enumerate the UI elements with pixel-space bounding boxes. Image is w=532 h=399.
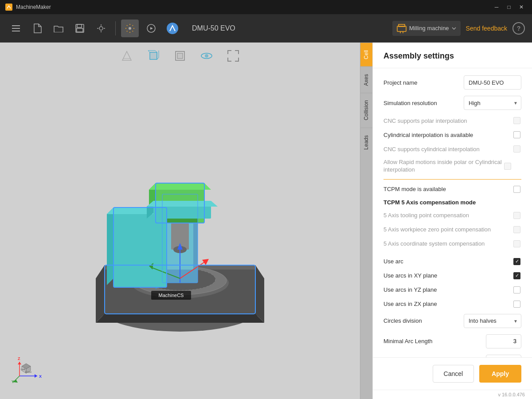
- circles-division-label: Circles division: [383, 317, 464, 324]
- viewport-toolbar: [0, 43, 360, 69]
- project-name-label: Project name: [383, 79, 464, 86]
- chevron-down-icon: [452, 27, 456, 30]
- use-arc-label: Use arc: [383, 258, 512, 265]
- use-arcs-yz-label: Use arcs in YZ plane: [383, 286, 512, 293]
- tcpm-compensation-title: TCPM 5 Axis compensation mode: [383, 199, 521, 206]
- side-tabs: Cell Axes Collision Leads: [360, 43, 372, 399]
- use-arc-row: Use arc: [383, 257, 521, 266]
- svg-point-10: [167, 23, 178, 34]
- use-arcs-yz-checkbox[interactable]: [513, 286, 520, 293]
- use-arcs-zx-row: Use arcs in ZX plane: [383, 300, 521, 309]
- tab-leads[interactable]: Leads: [360, 128, 372, 157]
- svg-text:X: X: [39, 374, 42, 379]
- axis-tooling-row: 5 Axis tooling point compensation: [383, 211, 521, 220]
- project-name-input[interactable]: [464, 75, 521, 90]
- tab-axes[interactable]: Axes: [360, 66, 372, 93]
- help-button[interactable]: ?: [512, 22, 525, 35]
- settings-title: Assembly settings: [383, 51, 521, 61]
- use-arcs-xy-label: Use arcs in XY plane: [383, 272, 512, 279]
- cnc-polar-checkbox: [513, 117, 520, 124]
- transform-button[interactable]: [92, 20, 110, 37]
- use-arcs-xy-checkbox[interactable]: [513, 272, 520, 279]
- cnc-cylindrical-checkbox: [513, 145, 520, 153]
- tcpm-available-checkbox[interactable]: [513, 186, 520, 193]
- use-arcs-zx-checkbox[interactable]: [513, 301, 520, 308]
- use-arc-checkbox[interactable]: [513, 258, 520, 265]
- tab-cell[interactable]: Cell: [360, 43, 372, 66]
- main-content: MachineCS: [0, 43, 532, 399]
- cnc-cylindrical-row: CNC supports cylindrical interpolation: [383, 145, 521, 153]
- simulation-resolution-label: Simulation resolution: [383, 100, 464, 106]
- view-perspective-button[interactable]: [119, 48, 135, 64]
- view-orbit-button[interactable]: [199, 48, 215, 64]
- settings-header: Assembly settings: [373, 43, 532, 68]
- machine-svg: MachineCS: [69, 119, 291, 349]
- settings-body: Project name Simulation resolution Low M…: [373, 68, 532, 357]
- allow-rapid-row: Allow Rapid motions inside polar or Cyli…: [383, 159, 521, 174]
- svg-text:Front: Front: [25, 371, 31, 373]
- titlebar: MachineMaker ─ □ ✕: [0, 0, 532, 14]
- svg-rect-11: [397, 26, 406, 31]
- save-file-button[interactable]: [71, 20, 89, 37]
- svg-rect-1: [12, 25, 20, 26]
- machine-name: DMU-50 EVO: [192, 24, 235, 32]
- svg-point-7: [99, 27, 103, 30]
- svg-rect-34: [113, 207, 167, 287]
- allow-rapid-checkbox: [504, 163, 511, 170]
- settings-button[interactable]: [121, 20, 139, 37]
- axis-coordinate-checkbox: [513, 240, 520, 247]
- svg-marker-40: [202, 259, 209, 265]
- axis-tooling-label: 5 Axis tooling point compensation: [383, 212, 512, 219]
- play-button[interactable]: [142, 20, 160, 37]
- machine-selector[interactable]: Milling machine: [392, 21, 461, 36]
- tab-collision[interactable]: Collision: [360, 93, 372, 127]
- cancel-button[interactable]: Cancel: [433, 365, 474, 383]
- version-label: v 16.0.0.476: [373, 390, 532, 399]
- simulation-resolution-select[interactable]: Low Medium High Very High: [464, 96, 521, 110]
- open-file-button[interactable]: [50, 20, 67, 37]
- cnc-polar-label: CNC supports polar interpolation: [383, 117, 512, 124]
- svg-rect-6: [77, 28, 83, 32]
- axis-workpiece-label: 5 Axis workpiece zero point compensation: [383, 226, 512, 233]
- settings-panel: Assembly settings Project name Simulatio…: [372, 43, 532, 399]
- toolbar-right: Milling machine Send feedback ?: [392, 21, 525, 36]
- logo-button[interactable]: [164, 20, 181, 37]
- simulation-resolution-row: Simulation resolution Low Medium High Ve…: [383, 96, 521, 110]
- use-arcs-yz-row: Use arcs in YZ plane: [383, 286, 521, 294]
- cylindrical-available-checkbox[interactable]: [513, 131, 520, 138]
- viewport-canvas[interactable]: MachineCS: [0, 69, 360, 399]
- main-toolbar: DMU-50 EVO Milling machine Send feedback…: [0, 14, 532, 43]
- view-fit-button[interactable]: [225, 48, 241, 64]
- axis-coordinate-row: 5 Axis coordinate system compensation: [383, 239, 521, 248]
- svg-text:Left: Left: [21, 368, 25, 371]
- minimize-button[interactable]: ─: [491, 3, 502, 12]
- viewport: MachineCS: [0, 43, 360, 399]
- view-front-button[interactable]: [172, 48, 188, 64]
- view-isometric-button[interactable]: [145, 48, 161, 64]
- cnc-polar-row: CNC supports polar interpolation: [383, 116, 521, 125]
- machine-selector-label: Milling machine: [409, 25, 449, 31]
- toolbar-separator-1: [115, 21, 116, 35]
- svg-rect-15: [150, 52, 157, 59]
- svg-rect-5: [77, 24, 82, 27]
- maximize-button[interactable]: □: [504, 3, 514, 12]
- new-file-button[interactable]: [28, 20, 46, 37]
- axis-coordinate-label: 5 Axis coordinate system compensation: [383, 240, 512, 247]
- menu-button[interactable]: [7, 20, 25, 37]
- machine-3d: MachineCS: [0, 69, 360, 399]
- svg-marker-54: [18, 362, 21, 364]
- min-arc-length-label: Minimal Arc Length: [383, 338, 486, 344]
- apply-button[interactable]: Apply: [479, 365, 521, 383]
- settings-footer: Cancel Apply: [373, 357, 532, 390]
- close-button[interactable]: ✕: [516, 3, 527, 12]
- svg-point-8: [129, 27, 131, 30]
- orientation-cube: X Y Z Left Front: [11, 349, 46, 385]
- svg-rect-12: [399, 24, 405, 27]
- cnc-cylindrical-label: CNC supports cylindrical interpolation: [383, 146, 512, 153]
- send-feedback-button[interactable]: Send feedback: [466, 25, 507, 32]
- min-arc-length-input[interactable]: [486, 334, 521, 348]
- project-name-row: Project name: [383, 75, 521, 90]
- circles-division-select[interactable]: Into halves Into quarters Full circles: [464, 314, 521, 328]
- tcpm-available-row: TCPM mode is available: [383, 185, 521, 194]
- svg-marker-52: [35, 374, 37, 378]
